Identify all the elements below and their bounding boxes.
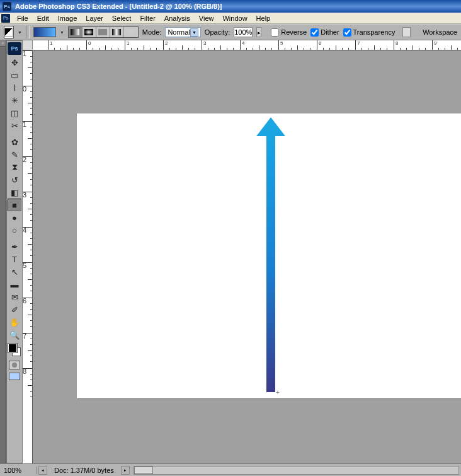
menubar: Ps File Edit Image Layer Select Filter A… xyxy=(0,13,461,24)
type-tool[interactable]: T xyxy=(8,253,21,265)
transparency-check-input[interactable] xyxy=(343,28,351,37)
gradient-picker[interactable] xyxy=(33,27,56,37)
tool-preset-arrow-icon[interactable]: ▼ xyxy=(18,30,22,35)
clone-stamp-tool[interactable]: ⧗ xyxy=(8,161,21,173)
ruler-origin[interactable] xyxy=(23,40,33,50)
path-selection-tool[interactable]: ↖ xyxy=(8,265,21,278)
scroll-thumb[interactable] xyxy=(134,467,153,474)
dock-strip[interactable]: » xyxy=(0,40,6,463)
horizontal-scrollbar[interactable] xyxy=(134,466,459,475)
history-brush-tool[interactable]: ↺ xyxy=(8,173,21,186)
shape-tool[interactable]: ▬ xyxy=(8,278,21,291)
workspace-label[interactable]: Workspace xyxy=(423,28,457,36)
app-logo-icon: Ps xyxy=(3,2,11,11)
magic-wand-tool[interactable]: ✳ xyxy=(8,94,21,107)
crop-tool[interactable]: ◫ xyxy=(8,107,21,119)
eyedropper-tool[interactable]: ✐ xyxy=(8,303,21,316)
pen-tool[interactable]: ✒ xyxy=(8,240,21,253)
gradient-type-group xyxy=(68,26,139,38)
menu-window[interactable]: Window xyxy=(218,13,251,23)
svg-marker-4 xyxy=(127,29,135,35)
svg-rect-3 xyxy=(112,29,121,35)
horizontal-ruler[interactable]: 1012345678910 xyxy=(33,40,461,50)
transparency-checkbox[interactable]: Transparency xyxy=(343,28,396,37)
status-flyout-left-icon[interactable]: ◂ xyxy=(38,466,47,475)
zoom-level-input[interactable]: 100% xyxy=(0,467,37,474)
color-swatches[interactable] xyxy=(8,344,21,356)
opacity-flyout-arrow-icon[interactable]: ▶ xyxy=(256,27,261,37)
options-bar: ▼ ▼ Mode: Normal ▼ Opacity: 100% ▶ Rever… xyxy=(0,24,461,40)
status-bar: 100% ◂ Doc: 1.37M/0 bytes ▸ xyxy=(0,463,461,476)
gradient-tool[interactable]: ■ xyxy=(8,199,21,211)
toolbox: Ps ✥▭⌇✳◫✂✿✎⧗↺◧■●○✒T↖▬✉✐✋🔍 xyxy=(6,40,23,463)
gradient-radial-button[interactable] xyxy=(83,27,96,37)
zoom-tool[interactable]: 🔍 xyxy=(8,328,21,341)
menu-edit[interactable]: Edit xyxy=(33,13,54,23)
slice-tool[interactable]: ✂ xyxy=(8,119,21,132)
document-system-icon[interactable]: Ps xyxy=(1,14,10,23)
menu-view[interactable]: View xyxy=(195,13,219,23)
document-info[interactable]: Doc: 1.37M/0 bytes xyxy=(49,467,119,474)
svg-rect-0 xyxy=(71,29,79,35)
menu-help[interactable]: Help xyxy=(252,13,275,23)
opacity-label: Opacity: xyxy=(205,28,230,36)
gradient-end-crosshair-icon: + xyxy=(276,389,280,396)
hand-tool[interactable]: ✋ xyxy=(8,316,21,328)
gradient-arrow-shape xyxy=(255,117,287,395)
dodge-tool[interactable]: ○ xyxy=(8,224,21,236)
gradient-diamond-button[interactable] xyxy=(124,27,138,37)
quick-mask-toggle[interactable] xyxy=(9,361,20,369)
notes-tool[interactable]: ✉ xyxy=(8,291,21,303)
vertical-ruler[interactable]: 1012345678 xyxy=(23,50,33,463)
svg-marker-5 xyxy=(256,117,285,392)
blur-tool[interactable]: ● xyxy=(8,211,21,224)
document-canvas[interactable]: + xyxy=(77,113,461,398)
mode-label: Mode: xyxy=(142,28,162,36)
separator xyxy=(26,26,30,38)
reverse-checkbox[interactable]: Reverse xyxy=(271,28,307,37)
menu-file[interactable]: File xyxy=(13,13,33,23)
gradient-linear-button[interactable] xyxy=(69,27,83,37)
brush-tool[interactable]: ✎ xyxy=(8,148,21,161)
move-tool[interactable]: ✥ xyxy=(8,56,21,69)
healing-brush-tool[interactable]: ✿ xyxy=(8,136,21,148)
dock-expand-icon[interactable]: » xyxy=(0,40,6,47)
foreground-color-swatch[interactable] xyxy=(8,344,17,352)
blend-mode-select[interactable]: Normal ▼ xyxy=(165,27,200,37)
canvas-viewport[interactable]: + xyxy=(33,50,461,463)
workarea: » Ps ✥▭⌇✳◫✂✿✎⧗↺◧■●○✒T↖▬✉✐✋🔍 101234567891… xyxy=(0,40,461,463)
blend-mode-value: Normal xyxy=(168,28,190,36)
svg-rect-2 xyxy=(98,29,107,35)
reverse-check-input[interactable] xyxy=(271,28,279,37)
app-window: Ps Adobe Photoshop CS3 Extended - [Untit… xyxy=(0,0,461,476)
opacity-input[interactable]: 100% xyxy=(234,27,253,37)
canvas-zone: 1012345678910 1012345678 xyxy=(23,40,461,463)
dither-check-input[interactable] xyxy=(310,28,319,37)
gradient-reflected-button[interactable] xyxy=(110,27,124,37)
dither-checkbox[interactable]: Dither xyxy=(310,28,339,37)
titlebar[interactable]: Ps Adobe Photoshop CS3 Extended - [Untit… xyxy=(0,0,461,13)
marquee-tool[interactable]: ▭ xyxy=(8,69,21,81)
menu-filter[interactable]: Filter xyxy=(135,13,159,23)
dropdown-arrow-icon: ▼ xyxy=(190,28,198,37)
menu-select[interactable]: Select xyxy=(108,13,136,23)
menu-analysis[interactable]: Analysis xyxy=(160,13,195,23)
svg-rect-1 xyxy=(84,29,93,35)
lasso-tool[interactable]: ⌇ xyxy=(8,81,21,94)
gradient-angle-button[interactable] xyxy=(96,27,110,37)
eraser-tool[interactable]: ◧ xyxy=(8,186,21,199)
goto-bridge-icon[interactable] xyxy=(402,27,411,37)
menu-layer[interactable]: Layer xyxy=(81,13,108,23)
tool-preset-picker[interactable] xyxy=(4,26,14,38)
window-title: Adobe Photoshop CS3 Extended - [Untitled… xyxy=(15,3,222,10)
gradient-picker-arrow-icon[interactable]: ▼ xyxy=(60,30,64,35)
menu-image[interactable]: Image xyxy=(54,13,82,23)
toolbox-logo-icon[interactable]: Ps xyxy=(8,42,21,55)
screen-mode-toggle[interactable] xyxy=(9,373,20,380)
status-flyout-right-icon[interactable]: ▸ xyxy=(121,466,130,475)
